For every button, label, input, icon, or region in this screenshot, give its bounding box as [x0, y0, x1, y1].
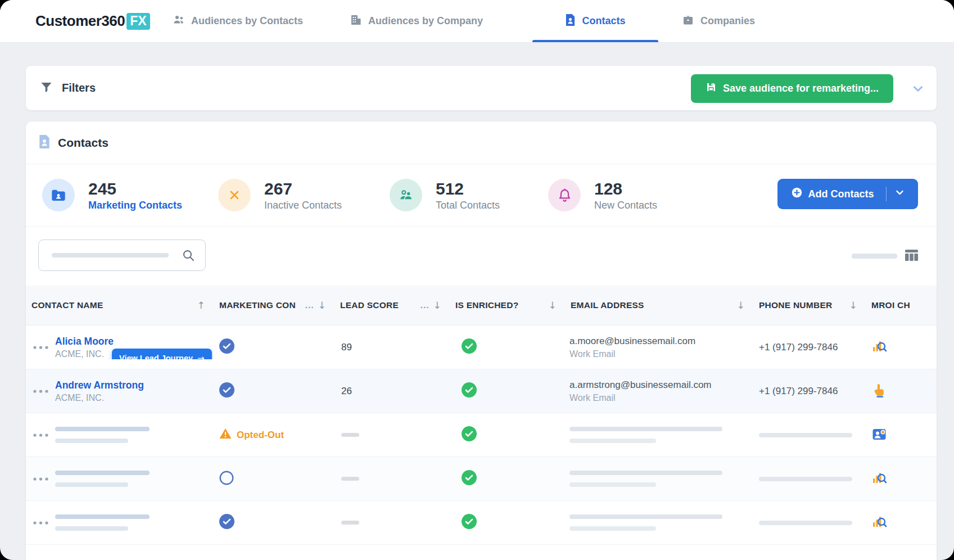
- lead-score-value: 89: [341, 342, 352, 353]
- stat-label: Inactive Contacts: [264, 200, 342, 211]
- search-icon: [182, 249, 195, 262]
- column-is-enriched[interactable]: IS ENRICHED? ↓: [449, 300, 564, 311]
- table-row[interactable]: [26, 457, 937, 501]
- add-contacts-button[interactable]: Add Contacts: [777, 179, 918, 209]
- table-columns-icon[interactable]: [905, 249, 919, 264]
- lead-score-value: 26: [341, 386, 352, 397]
- filters-panel: Filters Save audience for remarketing...: [25, 65, 937, 111]
- consent-granted-check-icon: [219, 514, 234, 531]
- search-placeholder-skeleton: [52, 253, 169, 258]
- lead-score-skeleton: [341, 521, 359, 525]
- consent-empty-ring-icon: [219, 471, 234, 487]
- email-type: Work Email: [569, 349, 695, 359]
- save-audience-button[interactable]: Save audience for remarketing...: [691, 74, 893, 103]
- phone-skeleton: [759, 433, 852, 437]
- column-phone-number[interactable]: PHONE NUMBER ↓: [753, 300, 865, 311]
- sort-descending-icon[interactable]: ↓: [849, 300, 858, 311]
- contacts-folder-icon: [42, 179, 75, 211]
- row-actions-kebab-icon[interactable]: [26, 346, 55, 349]
- consent-status-label: Opted-Out: [237, 430, 284, 441]
- contact-name-link[interactable]: Andrew Armstrong: [55, 380, 144, 391]
- chart-search-icon[interactable]: [872, 339, 887, 356]
- sort-descending-icon[interactable]: ↓: [433, 300, 442, 311]
- consent-granted-check-icon: [219, 382, 234, 400]
- column-mroi-channel[interactable]: MROI CH: [865, 300, 937, 310]
- table-row[interactable]: Alicia Moore ACME, INC. View Lead Journe…: [26, 326, 937, 369]
- column-contact-name[interactable]: CONTACT NAME ↑: [26, 300, 213, 311]
- add-contacts-label: Add Contacts: [808, 188, 874, 200]
- consent-granted-check-icon: [219, 338, 234, 356]
- row-actions-kebab-icon[interactable]: [26, 521, 55, 525]
- contacts-stats-row: 245 Marketing Contacts 267 Inactive Cont…: [26, 164, 937, 227]
- column-marketing-consent[interactable]: MARKETING CON ... ↓: [213, 300, 334, 311]
- top-navigation-bar: Customer360 FX Audiences by Contacts Aud…: [0, 0, 954, 43]
- filters-collapse-chevron-icon[interactable]: [912, 83, 924, 97]
- lead-score-skeleton: [341, 477, 359, 481]
- view-lead-journey-label: View Lead Journey: [119, 354, 193, 359]
- sort-ascending-icon[interactable]: ↑: [197, 300, 206, 311]
- column-label: LEAD SCORE: [340, 300, 399, 310]
- chart-search-icon[interactable]: [872, 471, 887, 487]
- brand-badge: FX: [126, 13, 150, 30]
- contacts-panel: Contacts 245 Marketing Contacts 267 I: [25, 121, 937, 560]
- click-hand-icon[interactable]: [872, 383, 886, 400]
- tab-companies[interactable]: Companies: [682, 0, 755, 42]
- lead-score-skeleton: [341, 433, 359, 437]
- toolbar-right-group: [852, 227, 919, 286]
- active-tab-underline: [532, 40, 658, 42]
- search-input[interactable]: [38, 240, 206, 271]
- enriched-check-icon: [462, 338, 477, 356]
- tab-label: Audiences by Company: [368, 15, 483, 27]
- table-row[interactable]: [26, 501, 937, 545]
- chevron-down-icon[interactable]: [895, 188, 905, 200]
- sort-descending-icon[interactable]: ↓: [549, 300, 557, 311]
- tab-label: Companies: [700, 15, 755, 27]
- tab-contacts[interactable]: Contacts: [532, 0, 658, 42]
- tab-audiences-by-contacts[interactable]: Audiences by Contacts: [173, 0, 303, 42]
- stat-new-contacts: 128 New Contacts: [548, 179, 657, 211]
- sort-descending-icon[interactable]: ↓: [737, 300, 745, 311]
- filter-funnel-icon: [39, 80, 53, 96]
- column-lead-score[interactable]: LEAD SCORE ... ↓: [334, 300, 449, 311]
- enriched-check-icon: [462, 514, 477, 531]
- column-email-address[interactable]: EMAIL ADDRESS ↓: [564, 300, 753, 311]
- column-label: EMAIL ADDRESS: [571, 300, 644, 310]
- contact-card-icon: [38, 134, 51, 151]
- enriched-check-icon: [462, 382, 477, 400]
- column-label: MARKETING CON: [219, 300, 296, 310]
- save-icon: [706, 82, 717, 96]
- contact-company: ACME, INC.: [55, 393, 144, 403]
- table-row[interactable]: Andrew Armstrong ACME, INC. 26 a.armstro…: [26, 369, 937, 413]
- bell-icon: [548, 179, 581, 211]
- building-icon: [350, 13, 362, 29]
- row-actions-kebab-icon[interactable]: [26, 477, 55, 481]
- column-label: CONTACT NAME: [31, 300, 103, 310]
- email-address: a.armstrong@businessemail.com: [569, 380, 712, 391]
- profile-image-icon[interactable]: [872, 427, 887, 443]
- email-skeleton: [569, 471, 722, 487]
- tab-audiences-by-company[interactable]: Audiences by Company: [350, 0, 483, 42]
- row-actions-kebab-icon[interactable]: [26, 390, 55, 393]
- table-row[interactable]: Opted-Out: [26, 413, 937, 457]
- contacts-panel-title: Contacts: [58, 136, 108, 150]
- button-divider: [886, 187, 887, 201]
- stat-label: Total Contacts: [436, 200, 500, 211]
- table-toolbar: [26, 227, 937, 286]
- table-row-partial: [26, 545, 937, 560]
- x-mark-icon: [218, 179, 251, 211]
- phone-skeleton: [759, 521, 852, 525]
- email-skeleton: [569, 427, 722, 443]
- stat-total-contacts: 512 Total Contacts: [390, 179, 500, 211]
- app-screen: Customer360 FX Audiences by Contacts Aud…: [0, 0, 954, 560]
- truncation-ellipsis: ...: [421, 300, 429, 310]
- contact-name-link[interactable]: Alicia Moore: [55, 336, 114, 347]
- brand-name: Customer360: [35, 12, 125, 30]
- view-lead-journey-button[interactable]: View Lead Journey →: [112, 349, 212, 359]
- stat-value: 128: [594, 179, 657, 198]
- sort-descending-icon[interactable]: ↓: [318, 300, 327, 311]
- contacts-table-header: CONTACT NAME ↑ MARKETING CON ... ↓ LEAD …: [26, 286, 937, 326]
- stat-value: 245: [88, 179, 182, 198]
- email-skeleton: [569, 514, 722, 531]
- row-actions-kebab-icon[interactable]: [26, 433, 55, 437]
- chart-search-icon[interactable]: [872, 514, 887, 531]
